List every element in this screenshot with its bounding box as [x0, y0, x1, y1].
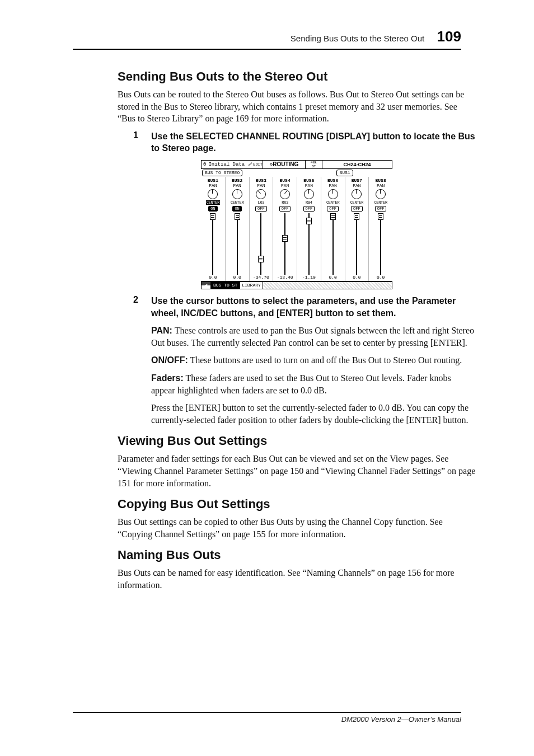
param-onoff: ON/OFF: These buttons are used to turn o… — [151, 354, 476, 367]
lcd-scene-name: Initial Data — [208, 162, 245, 167]
lcd-bottom-tab-bus-to-st: BUS TO ST — [211, 281, 240, 289]
lcd-fader-knob — [306, 218, 312, 224]
lcd-pan-value: CENTER — [231, 200, 243, 205]
step-2-number: 2 — [133, 295, 138, 305]
lcd-pan-label: PAN — [233, 183, 241, 188]
lcd-channel-strip: BUS6PANCENTEROFF0.0 — [321, 177, 345, 281]
lcd-pan-label: PAN — [353, 183, 360, 188]
lcd-pan-label: PAN — [209, 183, 217, 188]
lcd-fader-track — [212, 213, 213, 275]
header-title: Sending Bus Outs to the Stereo Out — [291, 34, 424, 43]
lcd-fader-track — [284, 213, 285, 275]
page-number: 109 — [437, 28, 461, 45]
lcd-pan-knob — [280, 189, 290, 199]
lcd-bottom-tabs: ◀ BUS TO ST LIBRARY — [201, 281, 392, 289]
lcd-channel-strip: BUS8PANCENTEROFF0.0 — [368, 177, 392, 281]
lcd-pan-knob — [328, 189, 338, 199]
lcd-pan-knob — [208, 189, 218, 199]
lcd-screenshot: 0 Initial Data 🖉 EDIT ◇ ROUTING 48k ST C… — [201, 160, 392, 289]
lcd-fader-value: -1.10 — [302, 275, 316, 281]
lcd-fader-knob — [330, 213, 336, 220]
section-naming-text: Bus Outs can be named for easy identific… — [118, 567, 476, 591]
lcd-onoff-button: OFF — [303, 206, 315, 212]
lcd-fader-value: 0.0 — [329, 275, 336, 281]
lcd-khz-label: 48k — [311, 161, 317, 165]
lcd-bottom-tab-library: LIBRARY — [240, 281, 263, 289]
param-faders: Faders: These faders are used to set the… — [151, 372, 476, 396]
lcd-pan-value: R63 — [282, 200, 288, 205]
lcd-st-label: ST — [312, 165, 316, 168]
lcd-onoff-button: OFF — [255, 206, 267, 212]
lcd-fader-value: 0.0 — [209, 275, 217, 281]
lcd-channel-strip: BUS1PANCENTERON0.0 — [201, 177, 225, 281]
lcd-pan-knob — [352, 189, 362, 199]
section-copying-text: Bus Out settings can be copied to other … — [118, 516, 476, 540]
section-copying-title: Copying Bus Out Settings — [118, 497, 476, 511]
lcd-onoff-button: ON — [208, 206, 217, 212]
lcd-channel-strip: BUS4PANR63OFF-13.40 — [273, 177, 297, 281]
lcd-channel-strip: BUS2PANCENTERON0.0 — [225, 177, 249, 281]
lcd-fader-knob — [258, 256, 264, 262]
section-viewing-title: Viewing Bus Out Settings — [118, 434, 476, 448]
lcd-fader-track — [356, 213, 357, 275]
lcd-fader-knob — [354, 213, 359, 220]
param-faders-text: These faders are used to set the Bus Out… — [151, 373, 451, 395]
lcd-fader-knob — [210, 213, 216, 220]
step-1: 1 Use the SELECTED CHANNEL ROUTING [DISP… — [151, 130, 476, 154]
param-pan-text: These controls are used to pan the Bus O… — [151, 326, 474, 348]
lcd-fader-value: 0.0 — [233, 275, 241, 281]
lcd-pan-knob — [376, 189, 386, 199]
lcd-edit-label: EDIT — [253, 162, 263, 167]
lcd-pan-value: CENTER — [326, 200, 339, 205]
lcd-fader-track — [332, 213, 334, 275]
lcd-pan-value: CENTER — [374, 200, 387, 205]
lcd-pan-label: PAN — [257, 183, 265, 188]
lcd-tab-bus-to-stereo: BUS TO STEREO — [202, 170, 242, 176]
lcd-titlebar: 0 Initial Data 🖉 EDIT ◇ ROUTING 48k ST C… — [201, 160, 392, 169]
step-1-text: Use the SELECTED CHANNEL ROUTING [DISPLA… — [151, 130, 476, 154]
lcd-pan-value: CENTER — [350, 200, 363, 205]
lcd-fader-track — [237, 213, 238, 275]
lcd-pan-value: CENTER — [206, 200, 220, 205]
lcd-tab-bus1: BUS1 — [336, 170, 353, 176]
lcd-bus-label: BUS7 — [352, 178, 362, 183]
lcd-bus-label: BUS3 — [256, 178, 266, 183]
lcd-channel-strip-row: BUS1PANCENTERON0.0BUS2PANCENTERON0.0BUS3… — [201, 177, 392, 281]
lcd-fader-knob — [282, 235, 288, 242]
page-content: Sending Bus Outs to the Stereo Out Bus O… — [118, 62, 476, 597]
lcd-fader-track — [380, 213, 381, 275]
lcd-pan-knob — [256, 189, 266, 199]
lcd-pan-value: R04 — [306, 200, 312, 205]
lcd-channel-strip: BUS5PANR04OFF-1.10 — [297, 177, 321, 281]
page-header: Sending Bus Outs to the Stereo Out 109 — [73, 28, 461, 50]
section-viewing-text: Parameter and fader settings for each Bu… — [118, 453, 476, 489]
lcd-bottom-filler — [263, 281, 392, 289]
section-sending-intro: Bus Outs can be routed to the Stereo Out… — [118, 88, 476, 125]
param-press-enter: Press the [ENTER] button to set the curr… — [151, 402, 476, 426]
lcd-fader-track — [260, 213, 261, 275]
lcd-bus-label: BUS2 — [232, 178, 242, 183]
lcd-bus-label: BUS1 — [208, 178, 218, 183]
lcd-fader-value: 0.0 — [353, 275, 360, 281]
lcd-fader-knob — [378, 213, 383, 220]
lcd-pan-label: PAN — [377, 183, 385, 188]
lcd-channel-range: CH24-CH24 — [322, 160, 392, 169]
param-onoff-text: These buttons are used to turn on and of… — [188, 355, 462, 365]
lcd-routing-label: ROUTING — [273, 161, 298, 167]
lcd-onoff-button: ON — [232, 206, 241, 212]
lcd-pan-label: PAN — [305, 183, 313, 188]
lcd-edit-icon: 🖉 — [249, 162, 252, 167]
lcd-bus-label: BUS8 — [376, 178, 386, 183]
lcd-left-arrow-icon: ◀ — [201, 281, 211, 289]
lcd-bus-label: BUS5 — [303, 178, 314, 183]
lcd-pan-knob — [304, 189, 314, 199]
lcd-onoff-button: OFF — [351, 206, 363, 212]
param-pan-label: PAN: — [151, 326, 172, 335]
lcd-onoff-button: OFF — [375, 206, 387, 212]
lcd-channel-strip: BUS7PANCENTEROFF0.0 — [345, 177, 369, 281]
param-onoff-label: ON/OFF: — [151, 355, 188, 365]
lcd-pan-label: PAN — [281, 183, 289, 188]
lcd-fader-value: -34.70 — [253, 275, 269, 281]
lcd-channel-strip: BUS3PANL63OFF-34.70 — [249, 177, 273, 281]
lcd-pan-knob — [232, 189, 242, 199]
